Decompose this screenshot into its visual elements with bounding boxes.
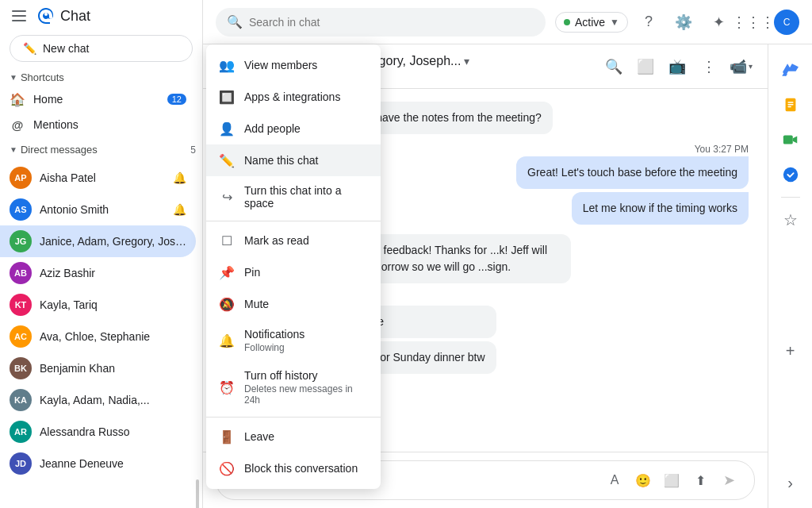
turn-off-history-text-block: Turn off history Deletes new messages in… <box>244 369 368 406</box>
video-call-icon: 📹 <box>730 58 747 75</box>
antonio-label: Antonio Smith <box>40 203 165 216</box>
menu-item-turn-off-history[interactable]: ⏰ Turn off history Deletes new messages … <box>206 361 381 414</box>
chevron-right-icon: › <box>787 474 793 492</box>
settings-button[interactable]: ⚙️ <box>669 8 698 37</box>
format-text-icon: A <box>611 473 619 487</box>
google-chat-logo-svg <box>36 6 56 25</box>
video-button[interactable]: ⬜ <box>631 52 660 81</box>
settings-icon: ⚙️ <box>675 13 692 31</box>
sidebar-item-kayla-tariq[interactable]: KT Kayla, Tariq <box>0 289 196 321</box>
ava-avatar: AC <box>10 325 32 348</box>
rp-tasks-icon[interactable] <box>775 159 806 190</box>
new-chat-button[interactable]: ✏️ New chat <box>10 35 193 62</box>
screen-share-button[interactable]: 📺 <box>663 52 691 81</box>
attachment-icon: ⬜ <box>664 473 680 488</box>
rp-expand-icon[interactable]: › <box>775 467 806 498</box>
aziz-avatar: AB <box>10 262 32 284</box>
sidebar-item-benjamin[interactable]: BK Benjamin Khan <box>0 352 196 384</box>
mute-icon: 🔕 <box>219 296 235 312</box>
add-icon: ✦ <box>713 13 725 31</box>
input-action-buttons: A 🙂 ⬜ ⬆ ➤ <box>602 468 741 493</box>
emoji-button[interactable]: 🙂 <box>630 468 656 493</box>
hamburger-menu-icon[interactable] <box>10 6 29 25</box>
sidebar-item-kayla-adam[interactable]: KA Kayla, Adam, Nadia,... <box>0 384 196 416</box>
pin-label: Pin <box>244 266 260 279</box>
rp-meet-icon[interactable] <box>775 124 806 156</box>
home-icon: 🏠 <box>10 91 25 107</box>
kayla-tariq-avatar: KT <box>10 294 32 316</box>
jeanne-avatar: JD <box>10 452 32 475</box>
sidebar-item-alessandra[interactable]: AR Alessandra Russo <box>0 416 196 448</box>
rp-star-icon[interactable]: ☆ <box>775 204 806 236</box>
menu-item-leave[interactable]: 🚪 Leave <box>206 421 381 452</box>
rp-drive-icon[interactable] <box>775 54 806 86</box>
menu-item-block[interactable]: 🚫 Block this conversation <box>206 452 381 484</box>
send-button[interactable]: ➤ <box>716 468 741 493</box>
shortcuts-chevron: ▼ <box>10 73 17 82</box>
antonio-bell-icon: 🔔 <box>173 203 186 216</box>
help-button[interactable]: ? <box>634 8 663 37</box>
menu-item-add-people[interactable]: 👤 Add people <box>206 113 381 144</box>
rp-docs-icon[interactable] <box>775 89 806 121</box>
sidebar-item-home[interactable]: 🏠 Home 12 <box>0 87 196 112</box>
menu-divider-2 <box>206 417 381 418</box>
svg-rect-2 <box>787 104 793 105</box>
dm-section-header[interactable]: ▼ Direct messages 5 <box>0 137 202 162</box>
sidebar-item-aziz[interactable]: AB Aziz Bashir <box>0 257 196 289</box>
menu-item-apps-integrations[interactable]: 🔲 Apps & integrations <box>206 81 381 113</box>
sidebar-item-mentions[interactable]: @ Mentions <box>0 112 196 137</box>
mentions-icon: @ <box>10 117 25 133</box>
search-icon: 🔍 <box>227 14 243 29</box>
menu-item-turn-into-space[interactable]: ↪ Turn this chat into a space <box>206 176 381 217</box>
shortcuts-section-header[interactable]: ▼ Shortcuts <box>0 68 202 87</box>
sidebar-item-ava[interactable]: AC Ava, Chloe, Stephanie <box>0 321 196 352</box>
user-avatar[interactable]: C <box>774 10 799 35</box>
more-options-button[interactable]: ⋮ <box>695 52 723 81</box>
message-bubble-sent: Great! Let's touch base before the meeti… <box>516 156 749 189</box>
kayla-tariq-label: Kayla, Tariq <box>40 298 186 311</box>
mentions-label: Mentions <box>33 118 186 131</box>
turn-off-history-label: Turn off history <box>244 369 368 382</box>
sidebar-item-antonio[interactable]: AS Antonio Smith 🔔 <box>0 194 196 225</box>
aisha-avatar: AP <box>10 167 32 189</box>
jeanne-label: Jeanne Deneuve <box>40 457 186 470</box>
sidebar-item-janice[interactable]: JG Janice, Adam, Gregory, Joseph,... <box>0 225 196 257</box>
turn-off-history-sub: Deletes new messages in 24h <box>244 383 368 406</box>
app-logo: Chat <box>36 6 90 25</box>
leave-icon: 🚪 <box>219 429 235 444</box>
search-chat-button[interactable]: 🔍 <box>599 52 628 81</box>
message-bubble-sent-2: Let me know if the timing works <box>572 192 749 225</box>
format-text-button[interactable]: A <box>602 468 627 493</box>
menu-item-mute[interactable]: 🔕 Mute <box>206 288 381 320</box>
aisha-label: Aisha Patel <box>40 171 165 184</box>
topbar-right: Active ▼ ? ⚙️ ✦ ⋮⋮⋮ C <box>555 8 799 37</box>
you-label: You 3:27 PM <box>695 144 749 155</box>
menu-item-view-members[interactable]: 👥 View members <box>206 49 381 81</box>
add-button[interactable]: ✦ <box>704 8 733 37</box>
help-icon: ? <box>645 13 653 30</box>
sidebar-item-aisha[interactable]: AP Aisha Patel 🔔 <box>0 162 196 194</box>
menu-item-mark-read[interactable]: ☐ Mark as read <box>206 225 381 256</box>
status-button[interactable]: Active ▼ <box>555 12 628 33</box>
attachment-button[interactable]: ⬜ <box>659 468 684 493</box>
star-icon: ☆ <box>783 210 798 229</box>
upload-button[interactable]: ⬆ <box>688 468 713 493</box>
search-box[interactable]: 🔍 <box>216 8 546 37</box>
leave-label: Leave <box>244 430 274 443</box>
home-badge: 12 <box>167 94 186 105</box>
menu-item-pin[interactable]: 📌 Pin <box>206 256 381 288</box>
screen-share-icon: 📺 <box>668 58 686 75</box>
sidebar-item-jeanne[interactable]: JD Jeanne Deneuve <box>0 448 196 479</box>
status-label: Active <box>575 16 605 29</box>
notifications-sub: Following <box>244 342 304 353</box>
apps-grid-icon: ⋮⋮⋮ <box>732 13 775 31</box>
rp-add-icon[interactable]: + <box>775 336 806 368</box>
menu-item-notifications[interactable]: 🔔 Notifications Following <box>206 320 381 361</box>
video-call-button[interactable]: 📹▾ <box>726 52 755 81</box>
search-input[interactable] <box>249 16 534 29</box>
apps-button[interactable]: ⋮⋮⋮ <box>739 8 768 37</box>
menu-item-name-chat[interactable]: ✏️ Name this chat <box>206 144 381 176</box>
chat-name-chevron[interactable]: ▾ <box>464 55 469 67</box>
apps-integrations-icon: 🔲 <box>219 89 235 105</box>
drive-icon-svg <box>782 61 799 79</box>
